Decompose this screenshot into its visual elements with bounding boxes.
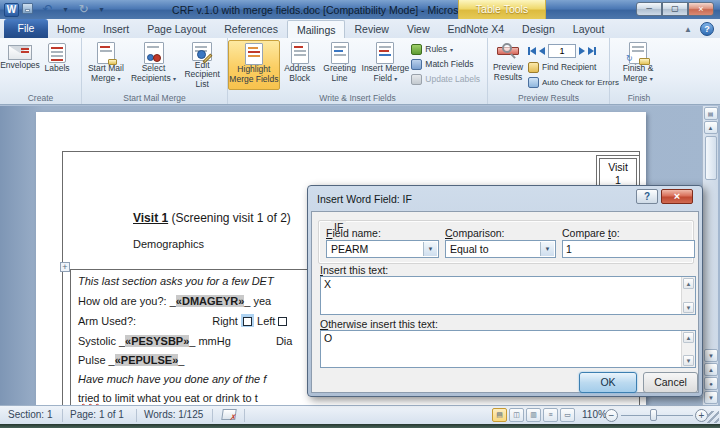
- record-number-input[interactable]: [548, 44, 576, 58]
- minimize-ribbon-icon[interactable]: ▲: [684, 25, 692, 34]
- envelope-icon: [8, 45, 32, 60]
- title-bar: W ↶ ▾ ↻ ▾ CRF v.1.0 with merge fields.do…: [0, 0, 720, 19]
- tab-design[interactable]: Design: [513, 20, 564, 38]
- status-section[interactable]: Section: 1: [8, 409, 52, 420]
- cancel-button[interactable]: Cancel: [643, 372, 698, 393]
- resize-grip[interactable]: [707, 411, 719, 423]
- select-recipients-button[interactable]: Select Recipients ▾: [130, 40, 178, 90]
- table-move-handle-icon[interactable]: +: [60, 262, 70, 272]
- scroll-up-icon[interactable]: ▲: [704, 121, 718, 134]
- vertical-scrollbar[interactable]: ▤ ▲ ▼ ▲ ● ▼: [702, 106, 718, 405]
- labels-icon: [48, 43, 66, 63]
- status-words[interactable]: Words: 1/125: [144, 409, 203, 420]
- match-fields-button[interactable]: Match Fields: [411, 57, 487, 71]
- status-bar: Section: 1 Page: 1 of 1 Words: 1/125 ▤ ◫…: [0, 405, 720, 424]
- tab-file[interactable]: File: [4, 19, 48, 38]
- tab-insert[interactable]: Insert: [94, 20, 138, 38]
- first-record-button[interactable]: [528, 47, 536, 55]
- word-logo-icon[interactable]: W: [4, 3, 19, 17]
- preview-results-button[interactable]: Preview Results: [488, 40, 528, 90]
- web-layout-view-button[interactable]: ▥: [526, 408, 541, 422]
- tab-home[interactable]: Home: [48, 20, 94, 38]
- ruler-toggle-button[interactable]: ▤: [704, 107, 718, 120]
- tab-page-layout[interactable]: Page Layout: [138, 20, 215, 38]
- quick-access-toolbar: W ↶ ▾ ↻ ▾: [0, 3, 109, 17]
- print-layout-view-button[interactable]: ▤: [492, 408, 507, 422]
- combo-dropdown-icon[interactable]: ▼: [423, 242, 437, 256]
- draft-view-button[interactable]: ▭: [560, 408, 575, 422]
- spell-check-icon[interactable]: [221, 409, 237, 420]
- zoom-slider-track[interactable]: [621, 415, 693, 416]
- undo-button[interactable]: ↶: [40, 3, 55, 17]
- scroll-down-icon[interactable]: ▼: [704, 349, 718, 362]
- dialog-close-button[interactable]: ×: [661, 189, 693, 204]
- highlight-merge-fields-button[interactable]: Highlight Merge Fields: [228, 40, 280, 90]
- tab-endnote[interactable]: EndNote X4: [438, 20, 513, 38]
- tab-references[interactable]: References: [215, 20, 287, 38]
- labels-button[interactable]: Labels: [40, 40, 74, 90]
- field-name-combobox[interactable]: PEARM ▼: [326, 240, 439, 258]
- undo-dropdown-arrow-icon[interactable]: ▾: [58, 3, 73, 17]
- ok-button[interactable]: OK: [579, 372, 637, 393]
- previous-record-button[interactable]: [539, 47, 545, 55]
- zoom-slider-thumb[interactable]: [650, 409, 657, 421]
- address-block-button[interactable]: Address Block: [280, 40, 320, 90]
- previous-page-button[interactable]: ▲: [704, 363, 718, 376]
- dialog-help-button[interactable]: ?: [636, 189, 658, 204]
- next-record-button[interactable]: [579, 47, 585, 55]
- tab-review[interactable]: Review: [345, 20, 397, 38]
- insert-text-area[interactable]: X: [321, 277, 681, 314]
- customize-qat-dropdown-icon[interactable]: ▾: [94, 3, 109, 17]
- right-checkbox[interactable]: [243, 317, 252, 326]
- rules-button[interactable]: Rules▾: [411, 42, 487, 56]
- greeting-line-button[interactable]: Greeting Line: [320, 40, 360, 90]
- textarea-scrollbar[interactable]: ▲ ▼: [681, 277, 695, 314]
- tab-mailings[interactable]: Mailings: [287, 20, 346, 38]
- address-block-icon: [291, 42, 309, 64]
- full-screen-reading-view-button[interactable]: ◫: [509, 408, 524, 422]
- comparison-combobox[interactable]: Equal to ▼: [445, 240, 556, 258]
- status-page[interactable]: Page: 1 of 1: [70, 409, 124, 420]
- save-button[interactable]: [22, 3, 37, 17]
- close-button[interactable]: ×: [688, 2, 714, 16]
- help-icon[interactable]: ?: [700, 22, 714, 36]
- start-mail-merge-button[interactable]: Start Mail Merge ▾: [82, 40, 130, 90]
- doc-line-arm: Arm Used?: Right Left: [78, 315, 287, 327]
- highlight-merge-fields-icon: [245, 43, 263, 65]
- maximize-button[interactable]: ▢: [662, 2, 688, 16]
- scroll-down-icon[interactable]: ▼: [683, 355, 694, 366]
- update-labels-icon: [411, 74, 422, 85]
- redo-button[interactable]: ↻: [76, 3, 91, 17]
- finish-merge-button[interactable]: ↻ Finish & Merge ▾: [610, 40, 666, 90]
- find-recipient-button[interactable]: Find Recipient: [528, 60, 608, 74]
- scroll-up-icon[interactable]: ▲: [683, 278, 694, 289]
- tab-view[interactable]: View: [398, 20, 439, 38]
- left-checkbox[interactable]: [278, 317, 287, 326]
- tab-layout[interactable]: Layout: [564, 20, 614, 38]
- textarea-scrollbar[interactable]: ▲ ▼: [681, 331, 695, 367]
- start-mail-merge-icon: [97, 42, 115, 64]
- scroll-up-icon[interactable]: ▲: [683, 332, 694, 343]
- word-window: W ↶ ▾ ↻ ▾ CRF v.1.0 with merge fields.do…: [0, 0, 720, 428]
- insert-merge-field-button[interactable]: Insert Merge Field ▾: [360, 40, 412, 90]
- scroll-down-icon[interactable]: ▼: [683, 302, 694, 313]
- ribbon: Envelopes Labels Create Start Mail Merge…: [0, 38, 720, 105]
- scrollbar-thumb[interactable]: [705, 136, 717, 180]
- envelopes-button[interactable]: Envelopes: [0, 40, 40, 90]
- match-fields-icon: [411, 59, 422, 70]
- section-title: Demographics: [133, 238, 204, 250]
- auto-check-errors-button[interactable]: Auto Check for Errors: [528, 75, 608, 89]
- last-record-button[interactable]: [588, 47, 596, 55]
- visit-heading: Visit 1 (Screening visit 1 of 2): [133, 211, 291, 225]
- merge-field-pesysbp: «PESYSBP»: [125, 335, 189, 347]
- compare-to-input[interactable]: [562, 240, 695, 258]
- outline-view-button[interactable]: ≡: [543, 408, 558, 422]
- edit-recipient-list-button[interactable]: Edit Recipient List: [177, 40, 227, 90]
- minimize-button[interactable]: ─: [636, 2, 662, 16]
- select-browse-object-button[interactable]: ●: [704, 377, 718, 390]
- next-page-button[interactable]: ▼: [704, 391, 718, 404]
- zoom-out-button[interactable]: −: [605, 409, 618, 422]
- zoom-level[interactable]: 110%: [582, 409, 607, 420]
- otherwise-text-area[interactable]: O: [321, 331, 681, 367]
- combo-dropdown-icon[interactable]: ▼: [540, 242, 554, 256]
